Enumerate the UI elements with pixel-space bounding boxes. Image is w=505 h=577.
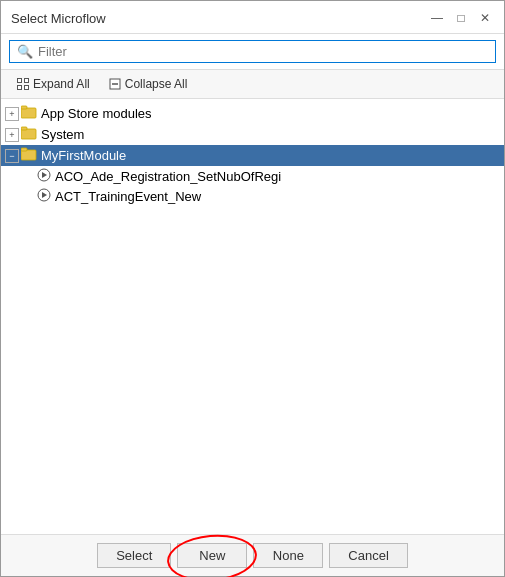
cancel-button[interactable]: Cancel xyxy=(329,543,407,568)
expand-icon-system: + xyxy=(5,128,19,142)
svg-rect-6 xyxy=(21,108,36,118)
none-button[interactable]: None xyxy=(253,543,323,568)
svg-rect-1 xyxy=(18,86,22,90)
svg-rect-10 xyxy=(21,150,36,160)
tree-item-system-label: System xyxy=(41,127,84,142)
toolbar: Expand All Collapse All xyxy=(1,70,504,99)
expand-all-label: Expand All xyxy=(33,77,90,91)
dialog-title: Select Microflow xyxy=(11,11,106,26)
tree-item-act-training[interactable]: ACT_TrainingEvent_New xyxy=(1,186,504,206)
search-input-wrapper[interactable]: 🔍 xyxy=(9,40,496,63)
tree-item-myfirstmodule-label: MyFirstModule xyxy=(41,148,126,163)
microflow-icon-act-training xyxy=(37,188,51,204)
search-input[interactable] xyxy=(38,44,488,59)
minimize-button[interactable]: — xyxy=(428,9,446,27)
collapse-all-icon xyxy=(108,77,122,91)
expand-all-button[interactable]: Expand All xyxy=(9,74,97,94)
module-icon-myfirstmodule xyxy=(21,147,37,164)
collapse-all-label: Collapse All xyxy=(125,77,188,91)
svg-rect-8 xyxy=(21,129,36,139)
title-bar: Select Microflow — □ ✕ xyxy=(1,1,504,34)
footer: Select New None Cancel xyxy=(1,534,504,576)
search-bar: 🔍 xyxy=(1,34,504,70)
module-icon-app-store xyxy=(21,105,37,122)
collapse-all-button[interactable]: Collapse All xyxy=(101,74,195,94)
tree-item-system[interactable]: + System xyxy=(1,124,504,145)
microflow-icon-aco-ade xyxy=(37,168,51,184)
close-button[interactable]: ✕ xyxy=(476,9,494,27)
new-button[interactable]: New xyxy=(177,543,247,568)
title-bar-controls: — □ ✕ xyxy=(428,9,494,27)
select-microflow-dialog: Select Microflow — □ ✕ 🔍 Expand All xyxy=(0,0,505,577)
new-button-wrapper: New xyxy=(177,543,247,568)
svg-rect-9 xyxy=(21,127,27,130)
module-icon-system xyxy=(21,126,37,143)
expand-icon-app-store: + xyxy=(5,107,19,121)
expand-all-icon xyxy=(16,77,30,91)
tree-item-aco-ade-label: ACO_Ade_Registration_SetNubOfRegi xyxy=(55,169,281,184)
svg-rect-3 xyxy=(25,86,29,90)
tree-item-act-training-label: ACT_TrainingEvent_New xyxy=(55,189,201,204)
select-button[interactable]: Select xyxy=(97,543,171,568)
tree-item-myfirstmodule[interactable]: − MyFirstModule xyxy=(1,145,504,166)
svg-rect-11 xyxy=(21,148,27,151)
svg-rect-7 xyxy=(21,106,27,109)
tree-item-app-store-label: App Store modules xyxy=(41,106,152,121)
expand-icon-myfirstmodule: − xyxy=(5,149,19,163)
tree-item-app-store[interactable]: + App Store modules xyxy=(1,103,504,124)
tree-area: + App Store modules + System − xyxy=(1,99,504,534)
svg-rect-2 xyxy=(25,79,29,83)
tree-item-aco-ade[interactable]: ACO_Ade_Registration_SetNubOfRegi xyxy=(1,166,504,186)
maximize-button[interactable]: □ xyxy=(452,9,470,27)
search-icon: 🔍 xyxy=(17,44,33,59)
svg-rect-0 xyxy=(18,79,22,83)
